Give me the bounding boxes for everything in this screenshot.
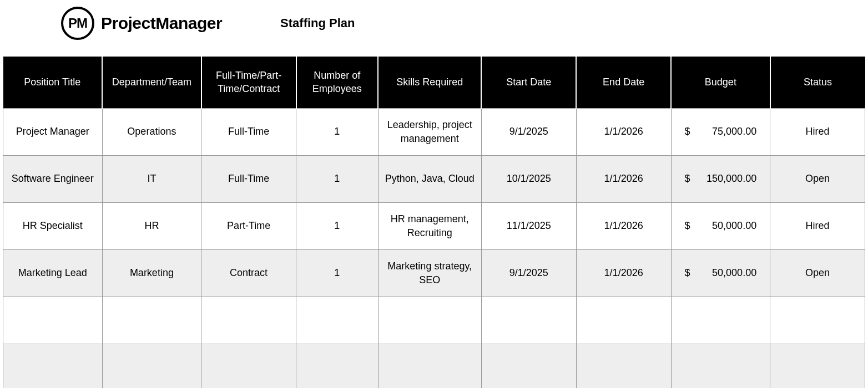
cell-start-date: 11/1/2025 xyxy=(481,202,576,249)
cell-budget: $50,000.00 xyxy=(671,249,770,297)
table-row: Software EngineerITFull-Time1Python, Jav… xyxy=(3,155,865,202)
cell-num-employees xyxy=(296,344,379,388)
cell-employment-type: Full-Time xyxy=(201,155,296,202)
cell-employment-type xyxy=(201,297,296,344)
brand-name: ProjectManager xyxy=(101,14,222,33)
cell-department: HR xyxy=(102,202,201,249)
budget-currency: $ xyxy=(685,172,690,185)
cell-department xyxy=(102,297,201,344)
cell-end-date xyxy=(576,297,671,344)
cell-num-employees: 1 xyxy=(296,108,379,155)
cell-position xyxy=(3,297,103,344)
cell-num-employees: 1 xyxy=(296,155,379,202)
budget-currency: $ xyxy=(685,219,690,232)
cell-status: Hired xyxy=(770,202,865,249)
cell-start-date: 9/1/2025 xyxy=(481,249,576,297)
cell-position: Software Engineer xyxy=(3,155,103,202)
header-budget: Budget xyxy=(671,57,770,108)
logo-mark-icon: PM xyxy=(61,7,94,40)
cell-employment-type xyxy=(201,344,296,388)
table-row xyxy=(3,344,865,388)
cell-position xyxy=(3,344,103,388)
cell-end-date xyxy=(576,344,671,388)
cell-skills xyxy=(378,297,481,344)
budget-currency: $ xyxy=(685,266,690,279)
cell-position: Project Manager xyxy=(3,108,103,155)
cell-skills: Marketing strategy, SEO xyxy=(378,249,481,297)
cell-start-date xyxy=(481,344,576,388)
budget-amount: 150,000.00 xyxy=(706,172,756,185)
cell-end-date: 1/1/2026 xyxy=(576,155,671,202)
header-num-employees: Number of Employees xyxy=(296,57,379,108)
cell-employment-type: Part-Time xyxy=(201,202,296,249)
cell-budget: $150,000.00 xyxy=(671,155,770,202)
header-status: Status xyxy=(770,57,865,108)
cell-department: IT xyxy=(102,155,201,202)
cell-budget xyxy=(671,344,770,388)
table-row: HR SpecialistHRPart-Time1HR management, … xyxy=(3,202,865,249)
cell-skills: HR management, Recruiting xyxy=(378,202,481,249)
cell-end-date: 1/1/2026 xyxy=(576,108,671,155)
table-row xyxy=(3,297,865,344)
header-skills: Skills Required xyxy=(378,57,481,108)
table-header-row: Position Title Department/Team Full-Time… xyxy=(3,57,865,108)
brand-logo: PM ProjectManager xyxy=(61,7,222,40)
cell-status xyxy=(770,344,865,388)
cell-start-date: 10/1/2025 xyxy=(481,155,576,202)
staffing-table: Position Title Department/Team Full-Time… xyxy=(3,57,865,388)
header-department: Department/Team xyxy=(102,57,201,108)
cell-status: Open xyxy=(770,155,865,202)
cell-num-employees: 1 xyxy=(296,202,379,249)
cell-employment-type: Full-Time xyxy=(201,108,296,155)
table-row: Marketing LeadMarketingContract1Marketin… xyxy=(3,249,865,297)
cell-status: Open xyxy=(770,249,865,297)
cell-num-employees xyxy=(296,297,379,344)
budget-amount: 50,000.00 xyxy=(712,266,756,279)
cell-position: HR Specialist xyxy=(3,202,103,249)
cell-start-date: 9/1/2025 xyxy=(481,108,576,155)
cell-end-date: 1/1/2026 xyxy=(576,249,671,297)
document-title: Staffing Plan xyxy=(280,16,355,30)
header-start-date: Start Date xyxy=(481,57,576,108)
cell-budget xyxy=(671,297,770,344)
cell-status xyxy=(770,297,865,344)
cell-department: Marketing xyxy=(102,249,201,297)
document-header: PM ProjectManager Staffing Plan xyxy=(0,0,868,57)
cell-start-date xyxy=(481,297,576,344)
budget-amount: 75,000.00 xyxy=(712,125,756,138)
staffing-table-container: Position Title Department/Team Full-Time… xyxy=(0,57,868,388)
table-row: Project ManagerOperationsFull-Time1Leade… xyxy=(3,108,865,155)
cell-skills xyxy=(378,344,481,388)
cell-employment-type: Contract xyxy=(201,249,296,297)
budget-currency: $ xyxy=(685,125,690,138)
cell-skills: Leadership, project management xyxy=(378,108,481,155)
cell-status: Hired xyxy=(770,108,865,155)
cell-num-employees: 1 xyxy=(296,249,379,297)
header-end-date: End Date xyxy=(576,57,671,108)
cell-end-date: 1/1/2026 xyxy=(576,202,671,249)
header-employment-type: Full-Time/Part-Time/Contract xyxy=(201,57,296,108)
budget-amount: 50,000.00 xyxy=(712,219,756,232)
cell-department xyxy=(102,344,201,388)
header-position: Position Title xyxy=(3,57,103,108)
cell-budget: $50,000.00 xyxy=(671,202,770,249)
cell-department: Operations xyxy=(102,108,201,155)
cell-position: Marketing Lead xyxy=(3,249,103,297)
cell-skills: Python, Java, Cloud xyxy=(378,155,481,202)
cell-budget: $75,000.00 xyxy=(671,108,770,155)
